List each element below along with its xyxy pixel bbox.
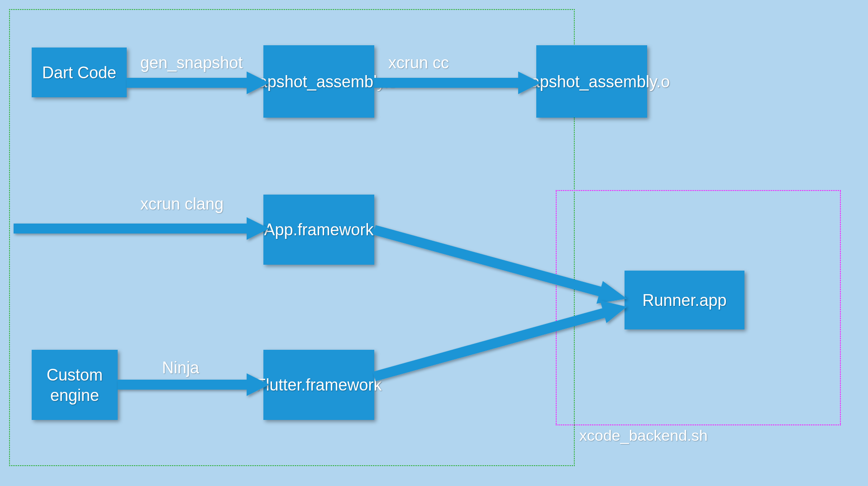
node-custom-engine: Custom engine	[32, 350, 118, 420]
node-dart-code: Dart Code	[32, 48, 127, 97]
node-snapshot-assembly-s: snapshot_assembly.s	[263, 45, 374, 118]
node-flutter-framework: Flutter.framework	[263, 350, 374, 420]
edge-label-ninja: Ninja	[162, 358, 199, 377]
edge-label-xcrun-clang: xcrun clang	[140, 195, 224, 214]
diagram-canvas: xcode_backend.sh Dart Code snapshot_asse…	[0, 0, 868, 486]
edge-label-gen-snapshot: gen_snapshot	[140, 53, 243, 72]
node-app-framework: App.framework	[263, 195, 374, 265]
node-snapshot-assembly-o: snapshot_assembly.o	[536, 45, 647, 118]
group-magenta-label: xcode_backend.sh	[579, 427, 708, 444]
node-runner-app: Runner.app	[625, 271, 744, 329]
edge-label-xcrun-cc: xcrun cc	[388, 53, 449, 72]
